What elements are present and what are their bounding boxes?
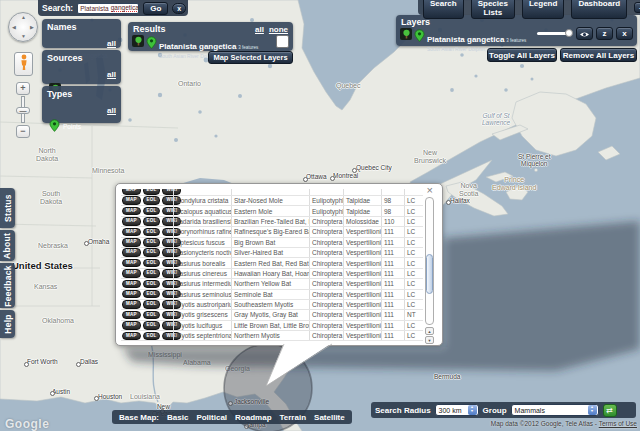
layer-opacity-slider[interactable] (537, 32, 571, 35)
zoom-out-button[interactable]: − (16, 125, 30, 138)
cell-common: Big Brown Bat (231, 238, 309, 247)
side-tab-status[interactable]: Status (0, 188, 15, 228)
row-eol-button[interactable]: EOL (143, 259, 161, 268)
row-map-button[interactable]: MAP (122, 290, 141, 299)
side-tab-feedback[interactable]: Feedback (0, 263, 15, 308)
scroll-down-button[interactable]: ▼ (425, 336, 434, 344)
side-tab-help[interactable]: Help (0, 310, 15, 338)
slider-knob[interactable] (565, 29, 573, 37)
nav-dashboard[interactable]: Dashboard (571, 0, 627, 19)
pan-left-icon[interactable]: ◀ (12, 25, 16, 30)
nav-legend[interactable]: Legend (522, 0, 564, 19)
row-eol-button[interactable]: EOL (143, 321, 161, 330)
row-map-button[interactable]: MAP (122, 269, 141, 278)
sources-title: Sources (42, 50, 121, 63)
group-select[interactable]: Mammals ▲ ▼ (511, 404, 599, 416)
search-input[interactable]: Platanista gangetica (77, 3, 139, 14)
row-map-button[interactable]: MAP (122, 248, 141, 257)
pegman-control[interactable] (14, 52, 33, 76)
sources-all-link[interactable]: all (107, 70, 116, 79)
row-map-button[interactable]: MAP (122, 280, 141, 289)
row-buttons: MAPEOLWIKI (121, 228, 173, 237)
pan-down-icon[interactable]: ▼ (21, 34, 26, 39)
row-eol-button[interactable]: EOL (143, 280, 161, 289)
side-tab-about[interactable]: About (0, 230, 15, 261)
cell-sci: Tadarida brasiliensis (173, 217, 231, 226)
row-eol-button[interactable]: EOL (143, 300, 161, 309)
pan-up-icon[interactable]: ▲ (21, 15, 26, 20)
row-eol-button[interactable]: EOL (143, 196, 161, 205)
row-eol-button[interactable]: EOL (143, 248, 161, 257)
pan-right-icon[interactable]: ▶ (30, 25, 34, 30)
collapse-button[interactable]: — (634, 2, 640, 13)
table-row: MAPEOLWIKIMyotis septentrionalisNorthern… (121, 331, 423, 341)
row-buttons: MAPEOLWIKI (121, 248, 173, 257)
row-eol-button[interactable]: EOL (143, 228, 161, 237)
row-eol-button[interactable]: EOL (143, 269, 161, 278)
row-map-button[interactable]: MAP (122, 189, 141, 195)
row-eol-button[interactable]: EOL (143, 332, 161, 341)
basemap-option-satellite[interactable]: Satellite (314, 413, 345, 422)
layer-feature-count: 3 features (506, 38, 526, 43)
result-species-name: Platanista gangetica (159, 42, 236, 51)
refresh-search-button[interactable]: ⇄ (603, 404, 617, 417)
scroll-up-button[interactable]: ▲ (425, 327, 434, 335)
radius-select[interactable]: 300 km ▲ ▼ (435, 404, 479, 416)
row-map-button[interactable]: MAP (122, 321, 141, 330)
cell-num: 111 (381, 238, 404, 247)
row-eol-button[interactable]: EOL (143, 207, 161, 216)
row-map-button[interactable]: MAP (122, 217, 141, 226)
row-map-button[interactable]: MAP (122, 311, 141, 320)
results-all-link[interactable]: all (255, 25, 264, 34)
row-map-button[interactable]: MAP (122, 207, 141, 216)
pan-control[interactable]: ▲ ▼ ◀ ▶ (8, 12, 38, 42)
row-eol-button[interactable]: EOL (143, 311, 161, 320)
row-buttons: MAPEOLWIKI (121, 238, 173, 247)
cell-family: Vespertilionidae (343, 290, 381, 299)
row-eol-button[interactable]: EOL (143, 189, 161, 195)
cell-num: 111 (381, 310, 404, 319)
cell-status: LC (404, 258, 423, 267)
nav-search[interactable]: Search (423, 0, 464, 19)
results-none-link[interactable]: none (269, 25, 288, 34)
search-close-button[interactable]: x (172, 3, 186, 14)
basemap-option-basic[interactable]: Basic (167, 413, 188, 422)
types-item[interactable]: Points (63, 123, 81, 130)
row-buttons: MAPEOLWIKI (121, 311, 173, 320)
basemap-option-political[interactable]: Political (196, 413, 227, 422)
remove-all-layers-button[interactable]: Remove All Layers (560, 48, 637, 62)
nav-species-lists[interactable]: Species Lists (471, 0, 515, 19)
results-panel: Results all none Platanista gangetica3 f… (128, 22, 293, 51)
row-map-button[interactable]: MAP (122, 332, 141, 341)
row-map-button[interactable]: MAP (122, 259, 141, 268)
cell-order: Chiroptera (309, 310, 343, 319)
row-eol-button[interactable]: EOL (143, 290, 161, 299)
layers-panel: Layers Platanista gangetica3 features So… (396, 15, 637, 46)
table-scrollbar[interactable] (425, 197, 434, 325)
row-map-button[interactable]: MAP (122, 238, 141, 247)
scrollbar-thumb[interactable] (426, 254, 433, 294)
result-checkbox[interactable] (276, 35, 289, 48)
toggle-all-layers-button[interactable]: Toggle All Layers (487, 48, 557, 62)
go-button[interactable]: Go (143, 2, 168, 15)
row-map-button[interactable]: MAP (122, 196, 141, 205)
cell-sci: Myotis austroriparius (173, 300, 231, 309)
map-selected-layers-button[interactable]: Map Selected Layers (208, 51, 293, 64)
row-map-button[interactable]: MAP (122, 300, 141, 309)
row-eol-button[interactable]: EOL (143, 217, 161, 226)
layer-visibility-button[interactable] (576, 27, 593, 40)
layer-zoom-button[interactable]: z (596, 27, 613, 40)
basemap-option-roadmap[interactable]: Roadmap (235, 413, 271, 422)
basemap-option-terrain[interactable]: Terrain (280, 413, 307, 422)
layer-remove-button[interactable]: x (616, 27, 633, 40)
zoom-in-button[interactable]: + (16, 82, 30, 95)
row-map-button[interactable]: MAP (122, 228, 141, 237)
cell-sci: Lasiurus cinereus (173, 269, 231, 278)
cell-num: 111 (381, 300, 404, 309)
zoom-slider-handle[interactable]: — (16, 107, 30, 114)
row-eol-button[interactable]: EOL (143, 238, 161, 247)
types-all-link[interactable]: all (107, 106, 116, 115)
names-all-link[interactable]: all (107, 39, 116, 48)
terms-of-use-link[interactable]: Terms of Use (599, 420, 637, 427)
popup-close-icon[interactable]: × (427, 184, 433, 196)
